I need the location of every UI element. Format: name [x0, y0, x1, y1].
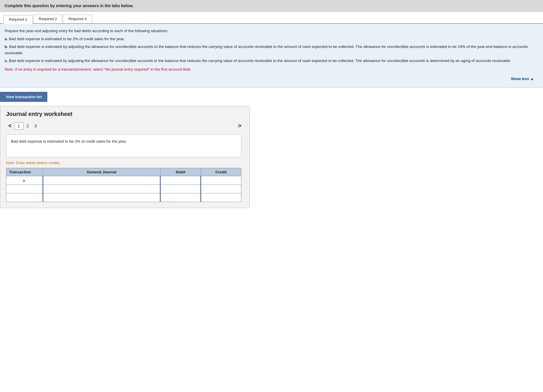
col-header-general-journal: General Journal [43, 168, 160, 176]
general-journal-cell-2[interactable] [43, 185, 160, 193]
tab-required-1[interactable]: Required 1 [3, 15, 33, 24]
general-journal-input-3[interactable] [46, 195, 158, 200]
debit-input-1[interactable] [163, 178, 198, 183]
transaction-cell-1: a. [6, 176, 43, 185]
question-letter-c: c. [5, 59, 9, 63]
description-text: Bad debt expense is estimated to be 2% o… [11, 139, 127, 143]
col-header-debit: Debit [160, 168, 201, 176]
tab-required-3[interactable]: Required 3 [63, 15, 92, 23]
general-journal-cell-3[interactable] [43, 193, 160, 202]
credit-cell-3[interactable] [201, 193, 241, 202]
worksheet-container: Journal entry worksheet < 1 2 3 > Bad de… [0, 106, 250, 208]
tab-required-2[interactable]: Required 2 [33, 15, 63, 23]
credit-cell-2[interactable] [201, 185, 241, 193]
debit-cell-3[interactable] [160, 193, 201, 202]
note-red: Note: If no entry is required for a tran… [5, 66, 538, 73]
view-transaction-wrapper: View transaction list [0, 88, 543, 106]
instruction-bar: Complete this question by entering your … [0, 0, 543, 12]
question-text-c: Bad debt expense is estimated by adjusti… [9, 59, 511, 63]
transaction-cell-3 [6, 193, 43, 202]
table-row [6, 193, 241, 202]
worksheet-title: Journal entry worksheet [6, 111, 244, 117]
view-transaction-button[interactable]: View transaction list [0, 92, 47, 102]
general-journal-input-2[interactable] [46, 187, 158, 191]
debit-cell-1[interactable] [160, 176, 201, 185]
note-debits: Note: Enter debits before credits. [6, 161, 244, 165]
journal-table: Transaction General Journal Debit Credit… [6, 168, 241, 202]
credit-input-1[interactable] [203, 178, 239, 183]
show-less-row: Show less ▲ [5, 74, 538, 84]
question-letter-b: b. [5, 44, 9, 49]
debit-input-2[interactable] [163, 187, 198, 191]
page-nav-row: < 1 2 3 > [6, 121, 244, 130]
page-3-button[interactable]: 3 [32, 123, 40, 129]
credit-cell-1[interactable] [201, 176, 241, 185]
col-header-credit: Credit [201, 168, 241, 176]
show-less-link[interactable]: Show less ▲ [511, 77, 534, 81]
question-item-c: c. Bad debt expense is estimated by adju… [5, 58, 538, 64]
question-item-a: a. Bad debt expense is estimated to be 2… [5, 36, 538, 42]
question-intro: Prepare the year-end adjusting entry for… [5, 28, 538, 34]
question-area: Prepare the year-end adjusting entry for… [0, 24, 543, 88]
transaction-cell-2 [6, 185, 43, 193]
general-journal-input-1[interactable] [46, 178, 158, 183]
question-letter-a: a. [5, 37, 9, 41]
general-journal-cell-1[interactable] [43, 176, 160, 185]
instruction-text: Complete this question by entering your … [5, 3, 133, 8]
debit-input-3[interactable] [163, 195, 198, 200]
tabs-row: Required 1 Required 2 Required 3 [0, 12, 543, 24]
col-header-transaction: Transaction [6, 168, 43, 176]
credit-input-3[interactable] [203, 195, 239, 200]
question-text-a: Bad debt expense is estimated to be 2% o… [9, 37, 125, 41]
page-1-button[interactable]: 1 [14, 122, 24, 130]
next-page-button[interactable]: > [236, 121, 244, 130]
credit-input-2[interactable] [203, 187, 239, 191]
question-item-b: b. Bad debt expense is estimated by adju… [5, 44, 538, 56]
prev-page-button[interactable]: < [6, 121, 14, 130]
table-row [6, 185, 241, 193]
description-box: Bad debt expense is estimated to be 2% o… [6, 134, 241, 157]
page-2-button[interactable]: 2 [24, 123, 32, 129]
table-row: a. [6, 176, 241, 185]
debit-cell-2[interactable] [160, 185, 201, 193]
question-text-b: Bad debt expense is estimated by adjusti… [5, 44, 528, 55]
